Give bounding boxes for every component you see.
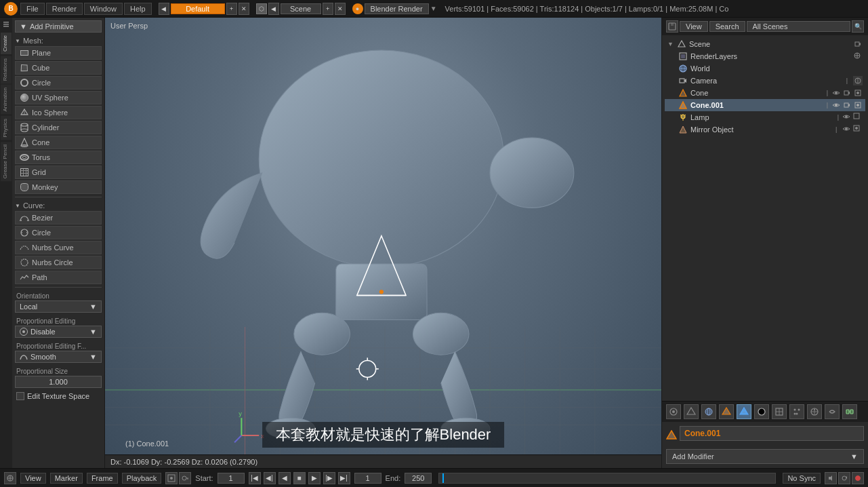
all-scenes-btn[interactable]: All Scenes: [747, 21, 850, 32]
camera-constraint-icon[interactable]: [853, 76, 863, 85]
tree-item-camera[interactable]: Camera |: [665, 75, 865, 87]
cone001-eye-icon[interactable]: [831, 100, 841, 110]
sidebar-tools-icon[interactable]: [1, 20, 11, 30]
renderer-dropdown[interactable]: Blender Render: [365, 3, 429, 14]
sidebar-tab-relations[interactable]: Relations: [1, 56, 12, 83]
timeline-bar[interactable]: [438, 473, 776, 484]
frame-dropdown[interactable]: Frame: [87, 473, 118, 484]
prop-icon-scene[interactable]: [684, 404, 699, 419]
mirror-render-icon[interactable]: [853, 125, 863, 134]
curve-circle-btn[interactable]: Circle: [15, 226, 102, 239]
edit-texture-space-row[interactable]: Edit Texture Space: [15, 391, 102, 402]
play-back-btn[interactable]: ◀: [278, 472, 291, 484]
jump-start-btn[interactable]: |◀: [249, 472, 261, 484]
stop-btn[interactable]: ■: [293, 472, 306, 484]
scene-camera-icon[interactable]: [853, 39, 863, 49]
prop-icon-physics[interactable]: [807, 404, 822, 419]
tree-item-world[interactable]: World: [665, 62, 865, 75]
mesh-cube-btn[interactable]: Cube: [15, 61, 102, 75]
tree-item-mirror[interactable]: Mirror Object |: [665, 123, 865, 136]
audio-icon[interactable]: [825, 472, 837, 484]
global-frame-icon[interactable]: [165, 472, 178, 484]
scene-add-btn[interactable]: +: [323, 3, 333, 15]
prop-icon-world[interactable]: [701, 404, 716, 419]
current-frame-input[interactable]: 1: [354, 473, 381, 484]
viewport[interactable]: User Persp: [105, 18, 661, 468]
mesh-icosphere-btn[interactable]: Ico Sphere: [15, 106, 102, 119]
workspace-close-btn[interactable]: ✕: [239, 3, 249, 15]
edit-texture-space-checkbox[interactable]: [16, 392, 24, 400]
scene-close-btn[interactable]: ✕: [335, 3, 346, 15]
jump-end-btn[interactable]: ▶|: [338, 472, 350, 484]
prop-icon-constraints[interactable]: [825, 404, 840, 419]
prop-icon-material[interactable]: [754, 404, 769, 419]
step-back-btn[interactable]: ◀|: [264, 472, 276, 484]
prop-size-input[interactable]: 1.000: [15, 376, 102, 388]
prop-editing-dropdown[interactable]: Disable ▼: [15, 326, 102, 338]
menu-window[interactable]: Window: [84, 3, 123, 15]
cone001-render-icon[interactable]: [853, 100, 863, 110]
mesh-cone-btn[interactable]: Cone: [15, 136, 102, 149]
mirror-eye-icon[interactable]: [842, 125, 852, 134]
no-sync-dropdown[interactable]: No Sync: [783, 473, 821, 484]
search-icon-btn[interactable]: 🔍: [852, 20, 864, 33]
record-icon[interactable]: [852, 472, 864, 484]
menu-help[interactable]: Help: [124, 3, 152, 15]
lamp-eye-icon[interactable]: [842, 113, 852, 122]
menu-file[interactable]: File: [20, 3, 45, 15]
view-dropdown[interactable]: View: [20, 473, 46, 484]
step-fwd-btn[interactable]: |▶: [323, 472, 335, 484]
lamp-constraint-icon[interactable]: [853, 113, 863, 122]
search-btn[interactable]: Search: [709, 21, 745, 32]
curve-path-btn[interactable]: Path: [15, 271, 102, 284]
menu-render[interactable]: Render: [46, 3, 83, 15]
prop-icon-render[interactable]: [666, 404, 681, 419]
curve-nurbs-circle-btn[interactable]: Nurbs Circle: [15, 256, 102, 269]
curve-bezier-btn[interactable]: Bezier: [15, 211, 102, 225]
view-btn[interactable]: View: [680, 21, 708, 32]
sidebar-tab-animation[interactable]: Animation: [1, 85, 12, 115]
renderlayers-icon2[interactable]: [853, 52, 863, 61]
prop-editing-f-dropdown[interactable]: Smooth ▼: [15, 351, 102, 363]
workspace-dropdown[interactable]: Default: [171, 3, 225, 14]
prop-icon-texture[interactable]: [772, 404, 787, 419]
add-modifier-btn[interactable]: Add Modifier ▼: [666, 449, 864, 464]
mesh-circle-btn[interactable]: Circle: [15, 76, 102, 90]
mesh-cylinder-btn[interactable]: Cylinder: [15, 121, 102, 134]
sync-icon[interactable]: [838, 472, 850, 484]
play-btn[interactable]: ▶: [308, 472, 321, 484]
sidebar-tab-grease[interactable]: Grease Pencil: [1, 142, 12, 181]
key-icon[interactable]: [179, 472, 191, 484]
mesh-torus-btn[interactable]: Torus: [15, 151, 102, 164]
mesh-grid-btn[interactable]: Grid: [15, 165, 102, 179]
prop-icon-modifiers[interactable]: [842, 404, 857, 419]
prop-icon-mesh[interactable]: [737, 404, 751, 419]
sidebar-tab-create[interactable]: Create: [1, 33, 12, 54]
workspace-prev-btn[interactable]: ◀: [159, 3, 169, 15]
tree-item-cone[interactable]: Cone |: [665, 87, 865, 99]
object-name[interactable]: Cone.001: [680, 426, 864, 441]
editor-icon[interactable]: [4, 472, 16, 484]
mesh-uvsphere-btn[interactable]: UV Sphere: [15, 91, 102, 104]
workspace-add-btn[interactable]: +: [226, 3, 237, 15]
right-panel-icon-btn[interactable]: [666, 20, 678, 33]
scene-dropdown[interactable]: Scene: [281, 3, 321, 14]
playback-dropdown[interactable]: Playback: [122, 473, 162, 484]
tree-item-renderlayers[interactable]: RenderLayers: [665, 50, 865, 62]
add-primitive-header[interactable]: ▼ Add Primitive: [15, 20, 102, 33]
scene-prev-btn[interactable]: ◀: [268, 3, 279, 15]
mesh-monkey-btn[interactable]: Monkey: [15, 180, 102, 194]
start-frame-input[interactable]: 1: [218, 473, 245, 484]
tree-item-lamp[interactable]: Lamp |: [665, 111, 865, 123]
cone-cam-icon[interactable]: [842, 88, 852, 98]
curve-nurbs-btn[interactable]: Nurbs Curve: [15, 241, 102, 254]
marker-dropdown[interactable]: Marker: [50, 473, 83, 484]
cone001-cam-icon[interactable]: [842, 100, 852, 110]
cone-render-icon[interactable]: [853, 88, 863, 98]
prop-icon-object[interactable]: [719, 404, 734, 419]
prop-icon-particles[interactable]: [789, 404, 804, 419]
end-frame-input[interactable]: 250: [405, 473, 432, 484]
mesh-plane-btn[interactable]: Plane: [15, 46, 102, 60]
sidebar-tab-physics[interactable]: Physics: [1, 116, 12, 140]
orientation-dropdown[interactable]: Local ▼: [15, 300, 102, 313]
